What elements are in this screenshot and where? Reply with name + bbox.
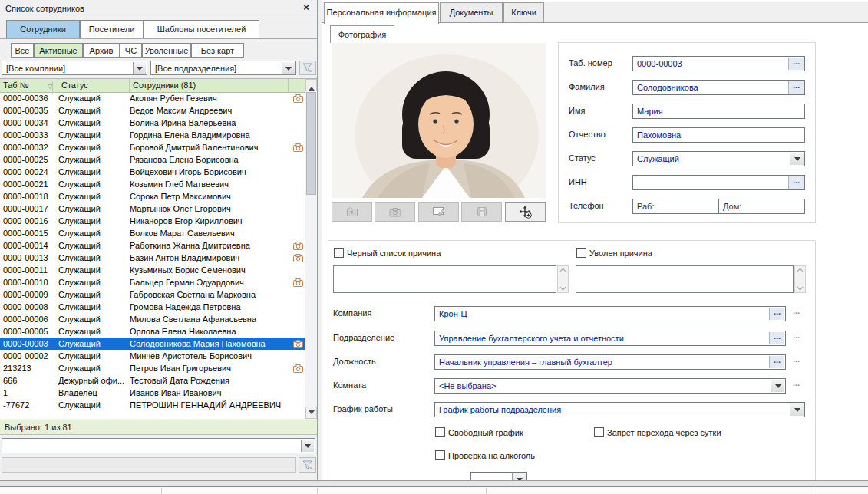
- apply-filter-button[interactable]: [299, 457, 316, 473]
- filter-tab-all[interactable]: Все: [11, 43, 34, 58]
- chevron-down-icon[interactable]: [790, 403, 804, 416]
- table-row[interactable]: 0000-00024СлужащийВойцехович Игорь Борис…: [0, 166, 305, 178]
- chevron-down-icon[interactable]: [301, 440, 314, 452]
- assign-photo-button[interactable]: [505, 202, 546, 222]
- table-row[interactable]: 0000-00035СлужащийВедов Максим Андреевич: [0, 104, 305, 117]
- table-row[interactable]: 0000-00009СлужащийГабровская Светлана Ма…: [0, 288, 305, 301]
- extra-combo-partial[interactable]: [470, 472, 527, 480]
- column-header-status[interactable]: Статус: [58, 79, 130, 92]
- dismissed-spinner[interactable]: [794, 265, 806, 293]
- tab-keys[interactable]: Ключи: [503, 2, 544, 23]
- status-select[interactable]: Служащий: [632, 151, 805, 166]
- company-filter-select[interactable]: [Все компании]: [2, 61, 147, 75]
- table-row[interactable]: 0000-00010СлужащийБальцер Герман Эдуардо…: [0, 276, 305, 288]
- table-row[interactable]: 0000-00021СлужащийКозьмин Глеб Матвеевич: [0, 178, 305, 190]
- table-row[interactable]: 0000-00034СлужащийВолина Ирина Валерьевн…: [0, 117, 305, 129]
- table-row[interactable]: 0000-00015СлужащийВолков Марат Савельеви…: [0, 227, 305, 239]
- table-header[interactable]: Таб № Статус Сотрудники (81) ▽: [0, 79, 305, 93]
- department-filter-select[interactable]: [Все подразделения]: [150, 61, 296, 75]
- save-photo-button[interactable]: [461, 202, 502, 222]
- column-header-photo[interactable]: [289, 79, 305, 92]
- chevron-down-icon[interactable]: [282, 62, 295, 74]
- company-more-button[interactable]: ...: [793, 306, 800, 315]
- table-row[interactable]: 1ВладелецИванов Иван Иванович: [0, 387, 305, 399]
- schedule-select[interactable]: График работы подразделения: [434, 402, 805, 417]
- inn-field[interactable]: ...: [632, 175, 805, 190]
- room-more-button[interactable]: ...: [793, 378, 800, 387]
- room-select[interactable]: <Не выбрана>: [434, 378, 786, 394]
- tab-documents[interactable]: Документы: [440, 2, 503, 23]
- chevron-down-icon[interactable]: [771, 380, 784, 392]
- ellipsis-button[interactable]: ...: [788, 81, 804, 94]
- column-header-employees[interactable]: Сотрудники (81): [130, 79, 289, 92]
- chevron-down-icon[interactable]: [790, 153, 804, 165]
- quick-search-select[interactable]: [2, 438, 315, 453]
- blacklist-reason-textarea[interactable]: [333, 265, 556, 293]
- table-row[interactable]: 0000-00017СлужащийМартынюк Олег Егорович: [0, 203, 305, 215]
- chevron-down-icon[interactable]: [512, 473, 526, 480]
- table-row[interactable]: 0000-00003СлужащийСолодовникова Мария Па…: [0, 338, 305, 350]
- table-row[interactable]: 0000-00008СлужащийГромова Надежда Петров…: [0, 301, 305, 313]
- middle-name-field[interactable]: Пахомовна: [632, 127, 805, 143]
- tab-photo[interactable]: Фотография: [330, 25, 394, 43]
- table-row[interactable]: 213213СлужащийПетров Иван Григорьевич: [0, 362, 305, 374]
- free-schedule-checkbox[interactable]: [435, 427, 445, 437]
- company-field[interactable]: Крон-Ц ...: [434, 306, 786, 321]
- dismissed-reason-textarea[interactable]: [576, 265, 794, 293]
- scroll-down-button[interactable]: [305, 407, 317, 419]
- detail-tab-bar: Персональная информация Документы Ключи: [322, 2, 868, 23]
- filter-tab-blacklist[interactable]: ЧС: [120, 43, 142, 58]
- ellipsis-button[interactable]: ...: [769, 356, 784, 368]
- department-field[interactable]: Управление бухгалтерского учета и отчетн…: [434, 331, 786, 346]
- position-more-button[interactable]: ...: [793, 354, 800, 364]
- capture-photo-button[interactable]: [375, 202, 415, 222]
- blacklist-checkbox[interactable]: [334, 248, 344, 258]
- table-row[interactable]: 0000-00005СлужащийОрлова Елена Николаевн…: [0, 325, 305, 338]
- chevron-down-icon[interactable]: [133, 62, 146, 74]
- scrollbar-thumb[interactable]: [306, 92, 316, 195]
- table-row[interactable]: 0000-00033СлужащийГордина Елена Владимир…: [0, 129, 305, 141]
- first-name-field[interactable]: Мария: [632, 104, 805, 119]
- department-more-button[interactable]: ...: [793, 331, 800, 340]
- table-row[interactable]: 0000-00014СлужащийРаботкина Жанна Дмитри…: [0, 239, 305, 252]
- blacklist-spinner[interactable]: [557, 265, 569, 293]
- table-row[interactable]: 0000-00011СлужащийКузьминых Борис Семено…: [0, 264, 305, 276]
- ellipsis-button[interactable]: ...: [788, 58, 804, 70]
- table-row[interactable]: 0000-00016СлужащийНиканоров Егор Кирилло…: [0, 215, 305, 227]
- ellipsis-button[interactable]: ...: [769, 332, 784, 344]
- table-row[interactable]: 0000-00018СлужащийСорока Петр Максимович: [0, 190, 305, 203]
- table-row[interactable]: 0000-00036СлужащийАкопян Рубен Гезевич: [0, 92, 305, 104]
- table-row[interactable]: 0000-00006СлужащийМилова Светлана Афанас…: [0, 313, 305, 325]
- filter-text-input[interactable]: [2, 457, 296, 473]
- tab-personal-info[interactable]: Персональная информация: [324, 2, 439, 24]
- phone-work-field[interactable]: Раб:: [632, 199, 719, 214]
- main-tab-bar: Сотрудники Посетители Шаблоны посетителе…: [0, 20, 317, 39]
- table-row[interactable]: 0000-00032СлужащийБоровой Дмитрий Валент…: [0, 141, 305, 153]
- filter-tab-active[interactable]: Активные: [34, 43, 83, 58]
- position-field[interactable]: Начальник управления – главный бухгалтер…: [434, 354, 786, 370]
- filter-tab-archive[interactable]: Архив: [83, 43, 120, 58]
- no-midnight-cross-checkbox[interactable]: [594, 427, 604, 437]
- scroll-up-button[interactable]: [305, 79, 317, 91]
- clear-filter-button[interactable]: [299, 61, 316, 75]
- table-row[interactable]: 0000-00013СлужащийБазин Антон Владимиров…: [0, 252, 305, 264]
- load-photo-button[interactable]: [332, 202, 372, 222]
- last-name-field[interactable]: Солодовникова ...: [632, 80, 805, 95]
- table-row[interactable]: 0000-00002СлужащийМинчев Аристотель Бори…: [0, 350, 305, 362]
- edit-photo-button[interactable]: [418, 202, 459, 222]
- tab-visitors[interactable]: Посетители: [80, 20, 144, 38]
- ellipsis-button[interactable]: ...: [769, 308, 784, 320]
- alcohol-check-checkbox[interactable]: [435, 450, 445, 460]
- tab-number-field[interactable]: 0000-00003 ...: [632, 56, 805, 71]
- close-icon[interactable]: ×: [300, 2, 312, 14]
- dismissed-checkbox[interactable]: [576, 248, 586, 258]
- filter-tab-dismissed[interactable]: Уволенные: [142, 43, 191, 58]
- tab-visitor-templates[interactable]: Шаблоны посетителей: [144, 20, 259, 38]
- table-row[interactable]: 0000-00025СлужащийРязанова Елена Борисов…: [0, 153, 305, 166]
- phone-home-field[interactable]: Дом:: [718, 199, 805, 214]
- ellipsis-button[interactable]: ...: [788, 176, 804, 189]
- filter-tab-no-cards[interactable]: Без карт: [191, 43, 244, 58]
- tab-employees[interactable]: Сотрудники: [6, 20, 80, 38]
- table-row[interactable]: -77672СлужащийПЕТРОШИН ГЕННАДИЙ АНДРЕЕВИ…: [0, 399, 305, 411]
- table-row[interactable]: 666Дежурный офи...Тестовый Дата Рождения: [0, 374, 305, 387]
